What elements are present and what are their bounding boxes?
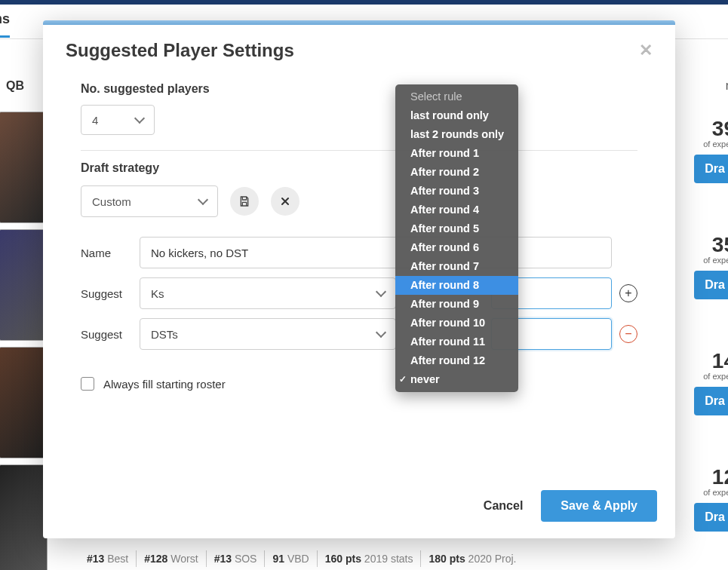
draft-strategy-label: Draft strategy [81,161,637,175]
chevron-down-icon [198,195,208,205]
stat-vbd: 91 VBD [272,553,309,565]
dropdown-option[interactable]: After round 10 [395,314,518,332]
num-suggested-value: 4 [92,114,98,127]
suggest-position-select-1[interactable]: Ks [140,277,396,309]
num-suggested-select[interactable]: 4 [81,105,155,135]
suggest-label: Suggest [81,287,132,300]
dropdown-option[interactable]: After round 3 [395,182,518,201]
always-fill-checkbox[interactable] [81,377,94,391]
player-thumb[interactable] [0,347,48,458]
rank-number: 39 [712,117,728,141]
strategy-name-input[interactable]: No kickers, no DST [140,237,612,268]
suggest-position-select-2[interactable]: DSTs [140,318,396,350]
rank-caption: of expert [703,488,728,497]
save-strategy-button[interactable] [230,187,259,216]
strategy-name-value: No kickers, no DST [151,247,248,259]
dropdown-option[interactable]: After round 5 [395,219,518,238]
delete-strategy-button[interactable] [271,187,299,216]
bottom-stats: #13 Best #128 Worst #13 SOS 91 VBD 160 p… [87,550,516,567]
pos-qb[interactable]: QB [6,79,24,93]
player-rank-card: 35of expertDra [690,233,728,299]
player-rank-card: 14of expertDra [690,349,728,415]
dropdown-option[interactable]: never [395,370,518,389]
chevron-down-icon [376,287,386,297]
dropdown-option[interactable]: After round 8 [395,276,518,295]
player-thumb[interactable] [0,464,48,570]
suggest-position-value: DSTs [151,328,178,341]
modal-title: Suggested Player Settings [66,40,294,61]
dropdown-option[interactable]: After round 11 [395,332,518,351]
draft-button[interactable]: Dra [694,503,728,532]
suggest-position-value: Ks [151,287,164,300]
chevron-down-icon [134,113,145,124]
rank-number: 12 [712,465,728,489]
stat-best: #13 Best [87,553,128,565]
dropdown-option[interactable]: After round 2 [395,163,518,182]
draft-strategy-select[interactable]: Custom [81,185,218,217]
dropdown-option[interactable]: After round 7 [395,257,518,276]
add-rule-button[interactable]: + [619,284,637,302]
cancel-button[interactable]: Cancel [484,499,523,513]
dropdown-option[interactable]: last round only [395,106,518,125]
dropdown-option[interactable]: After round 12 [395,351,518,370]
stat-2019: 160 pts 2019 stats [325,553,413,565]
divider [81,150,637,151]
right-cards: 39of expertDra35of expertDra14of expertD… [690,117,728,570]
dropdown-option[interactable]: After round 1 [395,144,518,163]
topbar [0,0,728,5]
suggested-player-settings-modal: Suggested Player Settings ✕ No. suggeste… [43,20,675,538]
dropdown-option[interactable]: After round 9 [395,295,518,314]
player-rank-card: 12of expertDra [690,465,728,532]
player-thumbs [0,112,48,570]
draft-button[interactable]: Dra [694,155,728,183]
save-icon [238,195,250,207]
player-thumb[interactable] [0,229,48,341]
draft-button[interactable]: Dra [694,387,728,415]
rank-caption: of expert [703,372,728,381]
dropdown-placeholder: Select rule [395,87,518,106]
chevron-down-icon [376,327,386,338]
stat-worst: #128 Worst [144,553,198,565]
name-label: Name [81,247,132,259]
x-icon [279,195,291,207]
rank-caption: of expert [703,139,728,149]
dropdown-option[interactable]: After round 4 [395,201,518,219]
rank-number: 35 [712,233,728,257]
tab-suggestions: stions [0,11,10,38]
rank-caption: of expert [703,256,728,265]
save-apply-button[interactable]: Save & Apply [541,490,657,522]
dropdown-option[interactable]: last 2 rounds only [395,125,518,144]
close-icon[interactable]: ✕ [639,41,653,60]
remove-rule-button[interactable]: − [619,325,637,343]
rank-number: 14 [712,349,728,373]
rule-dropdown-menu[interactable]: Select rulelast round onlylast 2 rounds … [395,84,518,392]
suggest-label: Suggest [81,328,132,341]
player-rank-card: 39of expertDra [690,117,728,183]
player-thumb[interactable] [0,112,48,223]
num-suggested-label: No. suggested players [81,82,637,96]
draft-button[interactable]: Dra [694,271,728,299]
always-fill-label: Always fill starting roster [103,378,226,391]
draft-strategy-value: Custom [92,195,131,208]
dropdown-option[interactable]: After round 6 [395,238,518,257]
bg-tab[interactable]: stions [0,11,10,27]
stat-2020: 180 pts 2020 Proj. [429,553,516,565]
stat-sos: #13 SOS [214,553,257,565]
